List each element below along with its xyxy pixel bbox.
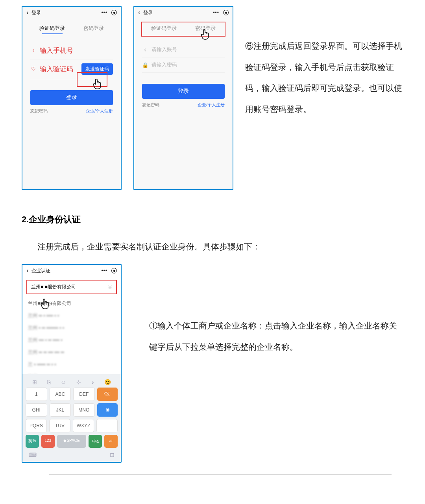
key-mno[interactable]: MNO (73, 403, 95, 417)
tab-sms-login[interactable]: 验证码登录 (151, 25, 177, 34)
key-pqrs[interactable]: PQRS (26, 419, 47, 432)
key-empty[interactable] (96, 419, 118, 432)
target-icon[interactable] (223, 10, 229, 15)
kbd-grid-icon[interactable]: ⊞ (32, 379, 37, 385)
menu-icon[interactable]: ••• (101, 10, 107, 15)
key-tuv[interactable]: TUV (49, 419, 70, 432)
register-link[interactable]: 企业/个人注册 (198, 102, 225, 108)
user-icon: ♀ (30, 48, 37, 54)
key-ghi[interactable]: GHI (26, 403, 47, 417)
key-abc[interactable]: ABC (50, 388, 71, 401)
list-item[interactable]: 兰 ▪ ▪▪▪▪▪ ▪▪ ▪ ▪ (28, 358, 115, 371)
login-tabs: 验证码登录 密码登录 (22, 18, 121, 38)
clear-icon[interactable]: ⓧ (108, 284, 112, 290)
kbd-face-icon[interactable]: 😊 (104, 379, 111, 385)
target-icon[interactable] (111, 10, 117, 15)
login-phone-sms: ‹ 登录 ••• 验证码登录 密码登录 ♀ 输入手机号 ♡ 输入验证码 发送验证… (22, 6, 122, 190)
tab-sms-login[interactable]: 验证码登录 (39, 25, 65, 34)
shield-icon: ♡ (30, 66, 37, 72)
section2-heading: 2.企业身份认证 (22, 214, 403, 225)
kbd-emoji-icon[interactable]: ☺ (61, 379, 66, 385)
status-bar: ‹ 登录 ••• (134, 7, 233, 18)
tab-password-login[interactable]: 密码登录 (83, 25, 104, 34)
status-bar: ‹ 企业认证 ••• (22, 265, 121, 277)
key-action[interactable]: ◉ (97, 403, 118, 417)
step1-description: ①输入个体工商户或企业名称：点击输入企业名称，输入企业名称关键字后从下拉菜单选择… (149, 264, 403, 357)
list-item[interactable]: 兰州 ▪ ▪▪ ▪▪▪▪▪▪▪ ▪ ▪ (28, 322, 115, 334)
key-jkl[interactable]: JKL (50, 403, 71, 417)
back-icon[interactable]: ‹ (26, 9, 28, 16)
password-placeholder: 请输入密码 (152, 61, 177, 68)
page-title: 登录 (143, 9, 153, 16)
list-item[interactable]: 兰州 ▪▪ ▪ ▪▪▪▪ ▪ ▪ (28, 310, 115, 322)
list-item[interactable]: 兰州 ▪▪▪ ▪ ▪▪ ▪▪▪▪ ▪ (28, 334, 115, 346)
pointer-icon (200, 29, 210, 41)
back-icon[interactable]: ‹ (138, 9, 140, 16)
password-field[interactable]: 🔒 请输入密码 (142, 57, 225, 73)
dropdown-results: 兰州■■股份有限公司 兰州 ▪▪ ▪ ▪▪▪▪ ▪ ▪ 兰州 ▪ ▪▪ ▪▪▪▪… (22, 297, 121, 374)
login-phone-password: ‹ 登录 ••• 验证码登录 密码登录 ♀ 请输入账号 🔒 (133, 6, 233, 190)
account-field[interactable]: ♀ 请输入账号 (142, 42, 225, 57)
pointer-icon (92, 78, 102, 90)
forgot-password-link[interactable]: 忘记密码 (142, 102, 159, 108)
key-1[interactable]: 1 (26, 388, 47, 401)
step6-description: ⑥注册完成后返回登录界面。可以选择手机验证码登录，输入手机号后点击获取验证码，输… (245, 6, 403, 120)
key-def[interactable]: DEF (73, 388, 95, 401)
key-wxyz[interactable]: WXYZ (73, 419, 94, 432)
login-button[interactable]: 登录 (30, 90, 113, 105)
divider (49, 474, 392, 475)
code-annotation: 输入验证码 (40, 65, 73, 74)
kbd-mic-icon[interactable]: ♪ (91, 379, 94, 385)
page-title: 企业认证 (31, 268, 50, 274)
search-value: 兰州■ ■股份有限公司 (31, 284, 76, 290)
enterprise-auth-phone: ‹ 企业认证 ••• 兰州■ ■股份有限公司 ⓧ 兰州■■股份有限公司 兰州 ▪… (22, 264, 122, 463)
kbd-hide-icon[interactable]: ⌨ (29, 452, 37, 458)
key-space[interactable]: ◆SPACE (57, 435, 87, 448)
list-item[interactable]: 兰州 ▪ ▪ ▪▪▪▪▪ ▪▪ (28, 371, 115, 374)
kbd-settings-icon[interactable]: ⊡ (110, 452, 115, 458)
login-button[interactable]: 登录 (142, 84, 225, 99)
menu-icon[interactable]: ••• (213, 10, 219, 15)
keyboard: ⊞ ⎘ ☺ ⊹ ♪ 😊 1 ABC DEF ⌫ GHI JKL MNO (22, 374, 121, 462)
back-icon[interactable]: ‹ (26, 267, 28, 274)
list-item[interactable]: 兰州 ▪▪ ▪▪ ▪▪▪ ▪▪▪ ▪▪ (28, 346, 115, 358)
account-placeholder: 请输入账号 (152, 46, 177, 53)
kbd-clip-icon[interactable]: ⎘ (47, 379, 50, 385)
key-enter[interactable]: ↵ (104, 435, 118, 448)
key-lang[interactable]: 中а (89, 435, 102, 448)
forgot-password-link[interactable]: 忘记密码 (30, 108, 48, 114)
phone-field[interactable]: ♀ 输入手机号 (30, 42, 113, 59)
user-icon: ♀ (142, 47, 148, 53)
key-delete[interactable]: ⌫ (97, 388, 118, 401)
register-link[interactable]: 企业/个人注册 (86, 108, 113, 114)
status-bar: ‹ 登录 ••• (22, 7, 121, 18)
target-icon[interactable] (111, 268, 117, 273)
kbd-cursor-icon[interactable]: ⊹ (76, 379, 81, 385)
phone-annotation: 输入手机号 (40, 46, 73, 55)
key-123[interactable]: 123 (41, 435, 55, 448)
company-search-input[interactable]: 兰州■ ■股份有限公司 ⓧ (26, 280, 117, 294)
key-symbol[interactable]: 英% (26, 435, 39, 448)
lock-icon: 🔒 (142, 62, 148, 68)
pointer-icon (39, 298, 50, 310)
section2-intro: 注册完成后，企业需要实名制认证企业身份。具体步骤如下： (37, 241, 403, 252)
page-title: 登录 (31, 9, 41, 16)
menu-icon[interactable]: ••• (101, 268, 107, 273)
